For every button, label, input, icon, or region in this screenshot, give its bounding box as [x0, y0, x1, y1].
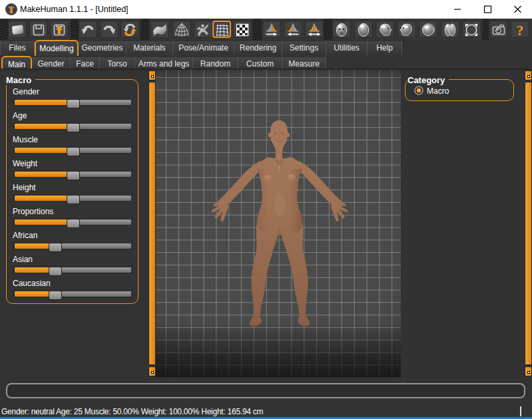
- svg-text:?: ?: [517, 23, 524, 39]
